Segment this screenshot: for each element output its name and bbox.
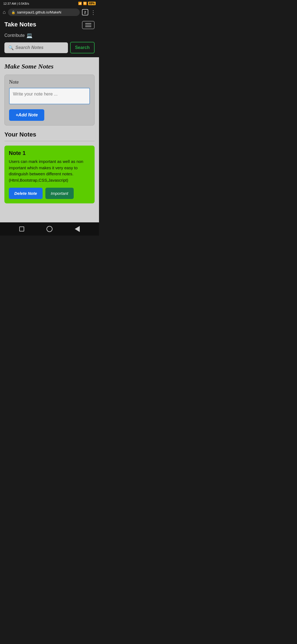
contribute-label: Contribute xyxy=(4,33,25,38)
make-notes-title: Make Some Notes xyxy=(4,63,95,70)
search-input[interactable] xyxy=(15,45,64,50)
note-label: Note xyxy=(9,79,90,85)
search-input-wrap[interactable]: 🔍 xyxy=(4,42,68,53)
bottom-nav xyxy=(0,222,99,236)
status-bar: 12:37 AM | 0.5KB/s 📶 🛜 69% xyxy=(0,0,99,7)
note-card-actions: Delete Note Important xyxy=(9,188,90,199)
home-icon[interactable]: ⌂ xyxy=(3,9,6,15)
hamburger-line-2 xyxy=(85,25,91,25)
add-note-button[interactable]: +Add Note xyxy=(9,109,44,121)
main-content: Make Some Notes Note +Add Note Your Note… xyxy=(0,57,99,222)
important-button[interactable]: Important xyxy=(45,188,74,199)
note-card-body: Users can mark important as well as non … xyxy=(9,159,90,183)
tab-count[interactable]: 2 xyxy=(82,9,88,15)
delete-note-button[interactable]: Delete Note xyxy=(9,188,43,199)
note-card-title: Note 1 xyxy=(9,150,90,156)
note-card: Note 1 Users can mark important as well … xyxy=(4,146,95,203)
search-section: 🔍 Search xyxy=(0,42,99,57)
nav-square-icon[interactable] xyxy=(19,227,24,231)
note-form-card: Note +Add Note xyxy=(4,75,95,125)
status-time: 12:37 AM | 0.5KB/s xyxy=(3,2,29,5)
your-notes-title: Your Notes xyxy=(4,131,95,138)
note-textarea[interactable] xyxy=(9,88,90,104)
search-button[interactable]: Search xyxy=(70,42,95,53)
browser-menu-icon[interactable]: ⋮ xyxy=(90,9,96,16)
url-bar[interactable]: 🔒 samirpaul1.github.io/MakeN xyxy=(8,9,80,16)
browser-bar: ⌂ 🔒 samirpaul1.github.io/MakeN 2 ⋮ xyxy=(0,7,99,18)
app-header: Take Notes xyxy=(0,18,99,31)
app-title: Take Notes xyxy=(4,21,36,28)
laptop-icon: 💻 xyxy=(26,32,32,39)
contribute-row[interactable]: Contribute 💻 xyxy=(0,31,99,42)
hamburger-button[interactable] xyxy=(82,21,95,29)
nav-back-icon[interactable] xyxy=(75,226,80,232)
status-icons: 📶 🛜 69% xyxy=(78,2,96,5)
hamburger-line-3 xyxy=(85,26,91,27)
battery-indicator: 69% xyxy=(88,2,96,5)
notes-divider xyxy=(4,141,95,141)
nav-circle-icon[interactable] xyxy=(46,226,53,232)
lock-icon: 🔒 xyxy=(11,10,15,14)
url-text: samirpaul1.github.io/MakeN xyxy=(17,10,61,14)
search-emoji: 🔍 xyxy=(8,45,14,50)
signal-icon: 📶 xyxy=(78,2,82,5)
wifi-icon: 🛜 xyxy=(83,2,87,5)
hamburger-line-1 xyxy=(85,23,91,24)
